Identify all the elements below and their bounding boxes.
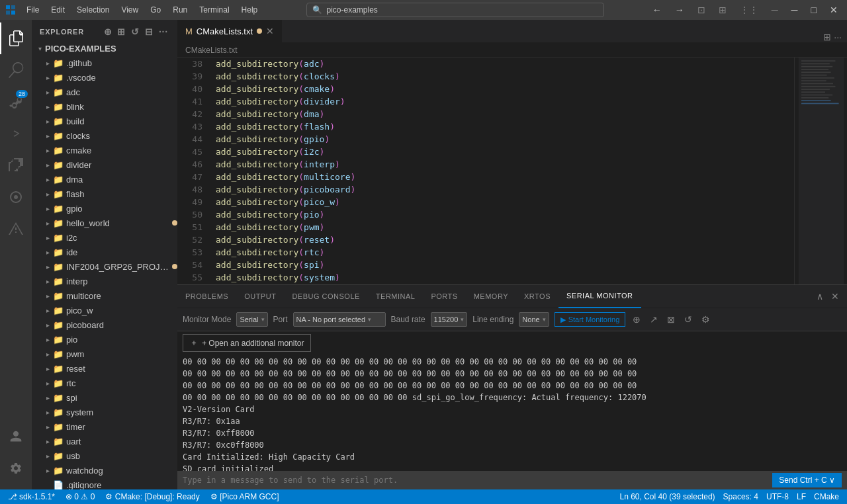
maximize-btn[interactable]: □ (807, 3, 821, 17)
extensions-activity[interactable] (0, 149, 32, 181)
status-errors[interactable]: ⊗ 0 ⚠ 0 (63, 492, 97, 501)
serial-settings-icon[interactable]: ⚙ (699, 312, 712, 327)
tree-item-pwm[interactable]: ▸📁pwm (32, 347, 177, 361)
tab-output[interactable]: OUTPUT (236, 285, 284, 308)
monitor-mode-select[interactable]: Serial ▾ (236, 312, 267, 327)
collapse-icon[interactable]: ⊟ (144, 25, 155, 38)
tree-item-system[interactable]: ▸📁system (32, 405, 177, 419)
new-file-icon[interactable]: ⊕ (103, 25, 114, 38)
explorer-activity[interactable] (0, 22, 32, 54)
tree-item-spi[interactable]: ▸📁spi (32, 390, 177, 405)
split-editor-btn[interactable]: ⊞ (823, 32, 831, 42)
editor-tab-cmakelists[interactable]: M CMakeLists.txt ✕ (177, 20, 283, 42)
status-encoding[interactable]: UTF-8 (764, 492, 791, 501)
search-activity[interactable] (0, 54, 32, 86)
tree-item-watchdog[interactable]: ▸📁watchdog (32, 463, 177, 478)
tree-item-ide[interactable]: ▸📁ide (32, 245, 177, 259)
tab-xrtos[interactable]: XRTOS (516, 285, 558, 308)
minimize-btn[interactable]: ─ (787, 3, 802, 17)
send-ctrl-c-btn[interactable]: Send Ctrl + C ∨ (772, 473, 842, 487)
tree-item-picoboard[interactable]: ▸📁picoboard (32, 317, 177, 332)
tree-item-clocks[interactable]: ▸📁clocks (32, 128, 177, 143)
menu-run[interactable]: Run (167, 4, 193, 16)
panel-close-btn[interactable]: ✕ (828, 288, 842, 304)
tree-item-.gitignore[interactable]: 📄.gitignore (32, 478, 177, 489)
serial-refresh-icon[interactable]: ↺ (682, 312, 694, 327)
baud-select[interactable]: 115200 ▾ (431, 312, 468, 327)
tree-item-github[interactable]: ▸📁.github (32, 56, 177, 70)
status-pico-arm[interactable]: ⚙ [Pico ARM GCC] (208, 492, 282, 501)
tree-item-pico_w[interactable]: ▸📁pico_w (32, 303, 177, 317)
menu-go[interactable]: Go (145, 4, 166, 16)
tree-item-build[interactable]: ▸📁build (32, 114, 177, 128)
run-debug-activity[interactable] (0, 118, 32, 149)
tree-item-interp[interactable]: ▸📁interp (32, 274, 177, 288)
status-spaces[interactable]: Spaces: 4 (721, 492, 761, 501)
menu-edit[interactable]: Edit (46, 4, 70, 16)
new-folder-icon[interactable]: ⊞ (116, 25, 127, 38)
menu-selection[interactable]: Selection (71, 4, 114, 16)
tab-ports[interactable]: PORTS (423, 285, 465, 308)
tree-item-hello_world[interactable]: ▸📁hello_world (32, 216, 177, 230)
tab-close-btn[interactable]: ✕ (266, 26, 274, 36)
tree-item-uart[interactable]: ▸📁uart (32, 434, 177, 448)
tree-item-dma[interactable]: ▸📁dma (32, 172, 177, 187)
settings-activity[interactable] (0, 452, 32, 484)
tree-item-divider[interactable]: ▸📁divider (32, 157, 177, 172)
menu-view[interactable]: View (116, 4, 144, 16)
pico-activity[interactable] (0, 181, 32, 213)
nav-forward[interactable]: → (671, 3, 688, 17)
tree-item-INF2004_GRP26_PROJECT[interactable]: ▸📁INF2004_GRP26_PROJECT (32, 259, 177, 274)
tree-item-blink[interactable]: ▸📁blink (32, 99, 177, 114)
serial-save-icon[interactable]: ↗ (648, 312, 660, 327)
serial-input-field[interactable] (183, 476, 767, 485)
line-ending-select[interactable]: None ▾ (519, 312, 549, 327)
status-branch[interactable]: ⎇ sdk-1.5.1* (5, 492, 58, 501)
tab-problems[interactable]: PROBLEMS (177, 285, 236, 308)
tree-item-pio[interactable]: ▸📁pio (32, 332, 177, 347)
warning-activity[interactable] (0, 213, 32, 245)
tab-memory[interactable]: MEMORY (466, 285, 516, 308)
tree-item-i2c[interactable]: ▸📁i2c (32, 230, 177, 245)
tree-item-cmake[interactable]: ▸📁cmake (32, 143, 177, 157)
code-line-53: add_subdirectory(rtc) (216, 246, 794, 259)
tree-item-timer[interactable]: ▸📁timer (32, 419, 177, 434)
serial-clear-icon[interactable]: ⊠ (665, 312, 677, 327)
tree-item-adc[interactable]: ▸📁adc (32, 85, 177, 99)
tree-item-reset[interactable]: ▸📁reset (32, 361, 177, 376)
code-content[interactable]: add_subdirectory(adc)add_subdirectory(cl… (210, 58, 794, 284)
menu-terminal[interactable]: Terminal (194, 4, 234, 16)
tree-item-multicore[interactable]: ▸📁multicore (32, 288, 177, 303)
tree-item-rtc[interactable]: ▸📁rtc (32, 376, 177, 390)
status-cursor-pos[interactable]: Ln 60, Col 40 (39 selected) (617, 492, 718, 501)
code-line-56: add_subdirectory(timer) (216, 284, 794, 284)
status-cmake[interactable]: ⚙ CMake: [Debug]: Ready (103, 492, 202, 501)
close-btn[interactable]: ✕ (826, 3, 842, 17)
tree-item-usb[interactable]: ▸📁usb (32, 448, 177, 463)
nav-back[interactable]: ← (648, 3, 666, 17)
status-eol[interactable]: LF (794, 492, 809, 501)
account-activity[interactable] (0, 421, 32, 452)
search-bar[interactable]: 🔍 pico-examples (306, 3, 604, 17)
tab-terminal[interactable]: TERMINAL (368, 285, 424, 308)
menu-help[interactable]: Help (236, 4, 263, 16)
status-language[interactable]: CMake (811, 492, 842, 501)
tree-item-gpio[interactable]: ▸📁gpio (32, 201, 177, 216)
serial-copy-icon[interactable]: ⊕ (631, 312, 643, 327)
refresh-icon[interactable]: ↺ (130, 25, 141, 38)
start-monitoring-btn[interactable]: ▶ Start Monitoring (555, 312, 626, 327)
tab-serial-monitor[interactable]: SERIAL MONITOR (558, 285, 641, 308)
more-icon[interactable]: ··· (157, 25, 169, 38)
open-additional-monitor-btn[interactable]: ＋ + Open an additional monitor (183, 334, 311, 352)
code-editor[interactable]: 3839404142434445464748495051525354555657… (177, 58, 847, 284)
serial-output[interactable]: 00 00 00 00 00 00 00 00 00 00 00 00 00 0… (177, 355, 847, 471)
tree-item-flash[interactable]: ▸📁flash (32, 187, 177, 201)
tree-item-vscode[interactable]: ▸📁.vscode (32, 70, 177, 85)
port-select[interactable]: NA - No port selected ▾ (293, 312, 386, 327)
tree-root[interactable]: ▾ PICO-EXAMPLES (32, 41, 177, 56)
source-control-activity[interactable]: 28 (0, 86, 32, 118)
panel-minimize-btn[interactable]: ∧ (814, 288, 826, 304)
menu-file[interactable]: File (21, 4, 44, 16)
tab-debug-console[interactable]: DEBUG CONSOLE (284, 285, 367, 308)
more-tabs-btn[interactable]: ··· (834, 32, 842, 42)
